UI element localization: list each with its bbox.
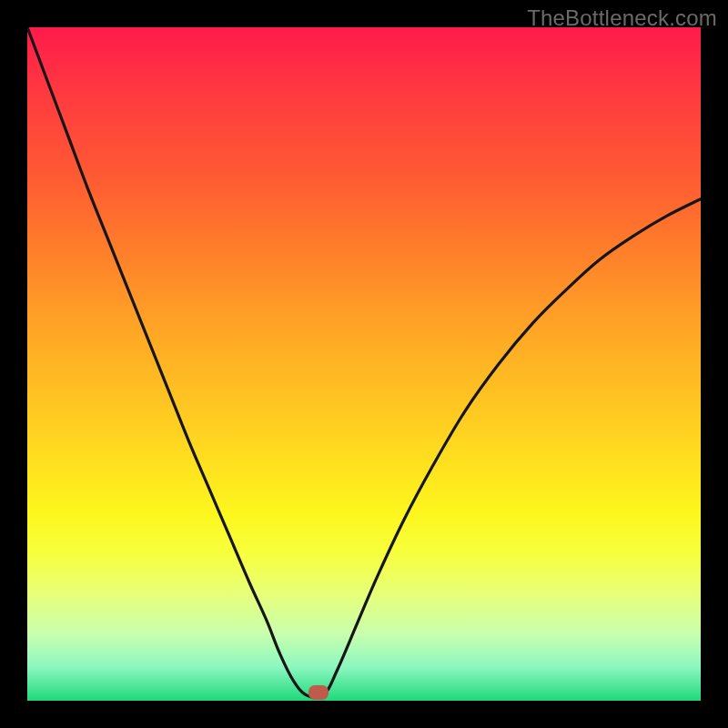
- bottleneck-curve: [27, 27, 701, 701]
- plot-area: [27, 27, 701, 701]
- minimum-marker: [308, 685, 329, 700]
- chart-frame: TheBottleneck.com: [0, 0, 728, 728]
